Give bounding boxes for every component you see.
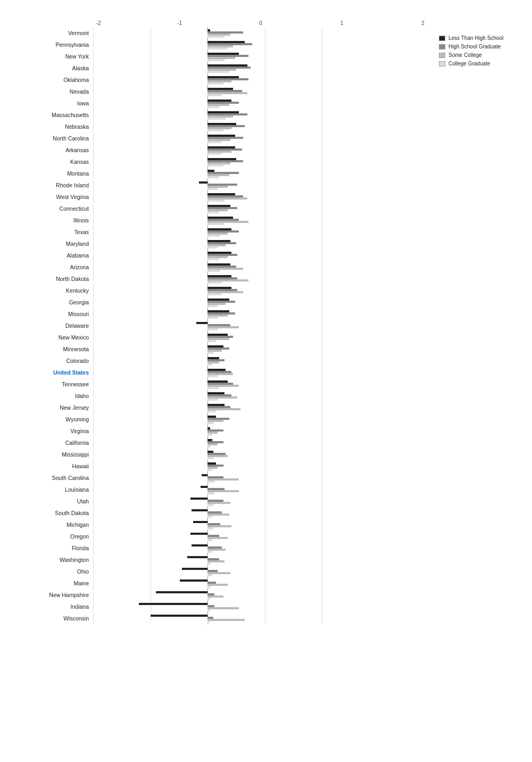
axis-label-2: 2 [418, 20, 428, 26]
legend-area: Less Than High SchoolHigh School Graduat… [439, 19, 521, 624]
table-row: Vermont [11, 27, 428, 39]
bar-group [93, 460, 428, 472]
bar-group [93, 203, 428, 214]
bar-group [93, 51, 428, 62]
legend-color-box [439, 61, 445, 67]
state-label: Alabama [11, 250, 93, 261]
bar-group [93, 296, 428, 308]
table-row: Nevada [11, 86, 428, 97]
bar-group [93, 226, 428, 238]
table-row: Maine [11, 577, 428, 589]
bar-group [93, 144, 428, 156]
state-label: New York [11, 51, 93, 62]
bar-group [93, 273, 428, 285]
axis-label-neg2: -2 [93, 20, 104, 26]
table-row: Idaho [11, 390, 428, 402]
bar-group [93, 320, 428, 332]
table-row: Virginia [11, 425, 428, 437]
bar-group [93, 425, 428, 437]
table-row: Massachusetts [11, 109, 428, 121]
legend-label: Less Than High School [448, 35, 503, 41]
bar-group [93, 74, 428, 86]
bar-group [93, 121, 428, 132]
table-row: Wisconsin [11, 612, 428, 624]
state-label: Pennsylvania [11, 39, 93, 51]
table-row: Mississippi [11, 449, 428, 460]
bar-group [93, 519, 428, 531]
table-row: Florida [11, 542, 428, 554]
table-row: Texas [11, 226, 428, 238]
legend-color-box [439, 53, 445, 58]
table-row: Utah [11, 495, 428, 507]
table-row: Washington [11, 554, 428, 566]
table-row: Georgia [11, 296, 428, 308]
legend-label: College Graduate [448, 61, 490, 67]
state-label: Missouri [11, 308, 93, 320]
state-label: Delaware [11, 320, 93, 332]
table-row: Iowa [11, 97, 428, 109]
table-row: Colorado [11, 355, 428, 367]
bar-group [93, 97, 428, 109]
table-row: Nebraska [11, 121, 428, 132]
bar-group [93, 238, 428, 250]
table-row: North Dakota [11, 273, 428, 285]
state-label: Washington [11, 554, 93, 566]
state-label: Ohio [11, 566, 93, 577]
state-label: Oregon [11, 531, 93, 542]
table-row: Rhode Island [11, 179, 428, 191]
state-label: Arizona [11, 261, 93, 273]
state-label: Rhode Island [11, 179, 93, 191]
bar-group [93, 285, 428, 296]
legend-item: Less Than High School [439, 35, 521, 41]
table-row: Kansas [11, 156, 428, 168]
state-label: Tennessee [11, 378, 93, 390]
table-row: Wyoming [11, 413, 428, 425]
state-label: Nevada [11, 86, 93, 97]
state-label: Alaska [11, 62, 93, 74]
state-label: Connecticut [11, 203, 93, 214]
bar-group [93, 355, 428, 367]
bar-group [93, 367, 428, 378]
bar-group [93, 156, 428, 168]
state-label: Colorado [11, 355, 93, 367]
bar-group [93, 589, 428, 601]
state-label: Nebraska [11, 121, 93, 132]
bar-group [93, 250, 428, 261]
bar-group [93, 109, 428, 121]
bar-group [93, 437, 428, 449]
table-row: Illinois [11, 214, 428, 226]
table-row: California [11, 437, 428, 449]
table-row: Arkansas [11, 144, 428, 156]
bar-group [93, 343, 428, 355]
state-label: Maine [11, 577, 93, 589]
table-row: Alabama [11, 250, 428, 261]
state-label: Maryland [11, 238, 93, 250]
table-row: Oregon [11, 531, 428, 542]
bar-group [93, 449, 428, 460]
bar-group [93, 27, 428, 39]
state-label: Virginia [11, 425, 93, 437]
table-row: Connecticut [11, 203, 428, 214]
bar-group [93, 132, 428, 144]
table-row: Maryland [11, 238, 428, 250]
bar-group [93, 308, 428, 320]
state-label: Montana [11, 168, 93, 179]
table-row: West Virginia [11, 191, 428, 203]
bar-group [93, 179, 428, 191]
table-row: New York [11, 51, 428, 62]
state-label: Arkansas [11, 144, 93, 156]
table-row: Hawaii [11, 460, 428, 472]
state-label: Wyoming [11, 413, 93, 425]
table-row: Ohio [11, 566, 428, 577]
bar-group [93, 39, 428, 51]
bar-group [93, 214, 428, 226]
bar-group [93, 390, 428, 402]
state-label: Idaho [11, 390, 93, 402]
axis-label-0: 0 [255, 20, 266, 26]
state-label: New Mexico [11, 332, 93, 343]
bar-group [93, 542, 428, 554]
state-label: Massachusetts [11, 109, 93, 121]
axis-labels: -2 -1 0 1 2 [93, 20, 428, 27]
table-row: Missouri [11, 308, 428, 320]
state-label: Minnesota [11, 343, 93, 355]
